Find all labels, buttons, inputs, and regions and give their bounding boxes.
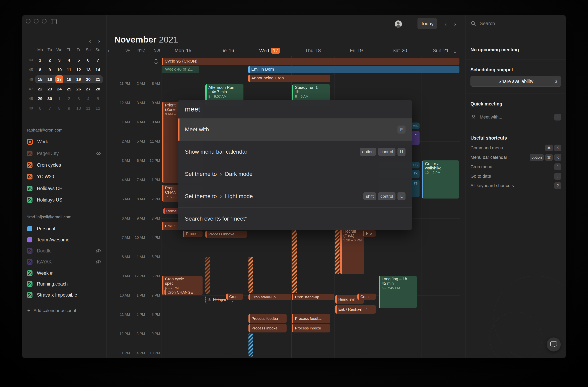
- event-announcing-cron[interactable]: Announcing Cron: [248, 75, 330, 82]
- mini-calendar-day[interactable]: 26: [74, 85, 84, 93]
- eye-slash-icon[interactable]: [95, 259, 102, 265]
- share-availability-button[interactable]: Share availability S: [470, 76, 561, 87]
- calendar-checkbox-icon[interactable]: [27, 139, 33, 145]
- mini-calendar-day[interactable]: 11: [84, 104, 93, 112]
- mini-calendar-day[interactable]: 4: [84, 95, 93, 103]
- mini-calendar-day[interactable]: 13: [84, 66, 93, 74]
- event-cycle-95[interactable]: Cycle 95 (CRON): [162, 58, 460, 65]
- eye-slash-icon[interactable]: [95, 248, 102, 254]
- event-process-inboxes-thu[interactable]: Process inboxe: [292, 324, 330, 332]
- mini-calendar-day[interactable]: 6: [35, 104, 45, 112]
- day-header-thu[interactable]: Thu18: [305, 48, 321, 53]
- eye-slash-icon[interactable]: [95, 150, 102, 156]
- subscription-rss-icon[interactable]: [27, 248, 33, 254]
- sidebar-toggle-icon[interactable]: [51, 19, 57, 24]
- busy-bar-event[interactable]: [292, 230, 297, 293]
- mini-calendar-day[interactable]: 2: [45, 56, 55, 64]
- sidebar-item-cron-cycles[interactable]: Cron cycles: [27, 161, 102, 169]
- subscription-rss-icon[interactable]: [27, 174, 33, 180]
- mini-calendar-day[interactable]: 10: [55, 66, 64, 74]
- mini-calendar-day[interactable]: 2: [64, 95, 74, 103]
- command-row-set-theme-to[interactable]: Set theme to›Dark mode: [178, 163, 412, 185]
- timezone-label[interactable]: SUI: [148, 48, 160, 53]
- avatar[interactable]: [395, 20, 402, 28]
- mini-calendar-day[interactable]: 11: [64, 66, 74, 74]
- window-minimize-button[interactable]: [34, 19, 39, 23]
- event-cron-standup-wed[interactable]: Cron stand-up: [249, 294, 291, 300]
- mini-calendar-day[interactable]: 3: [74, 95, 84, 103]
- today-button[interactable]: Today: [418, 18, 437, 29]
- mini-calendar-day[interactable]: 12: [93, 104, 103, 112]
- sidebar-item-work[interactable]: Work: [27, 138, 102, 146]
- mini-calendar-day[interactable]: 21: [93, 75, 103, 83]
- mini-calendar-day[interactable]: 28: [93, 85, 103, 93]
- mini-calendar-day[interactable]: 12: [74, 66, 84, 74]
- day-header-wed[interactable]: Wed17: [259, 48, 280, 54]
- day-header-fri[interactable]: Fri19: [350, 48, 363, 53]
- mini-calendar-day[interactable]: 1: [35, 56, 45, 64]
- mini-calendar-day[interactable]: 23: [45, 85, 55, 93]
- mini-calendar-day[interactable]: 7: [93, 56, 103, 64]
- feedback-chat-button[interactable]: [547, 337, 561, 351]
- day-header-mon[interactable]: Mon15: [175, 48, 191, 53]
- calendar-color-icon[interactable]: [27, 237, 33, 243]
- busy-bar-event[interactable]: [249, 333, 253, 357]
- sidebar-item-doodle[interactable]: Doodle: [27, 247, 102, 255]
- event-process-inboxes-wed[interactable]: Process inboxe: [249, 324, 287, 332]
- mini-calendar-day[interactable]: 17: [55, 75, 63, 83]
- collapse-allday-icon[interactable]: [153, 58, 159, 64]
- mini-calendar-day[interactable]: 10: [74, 104, 84, 112]
- subscription-rss-icon[interactable]: [27, 259, 33, 265]
- day-header-sat[interactable]: Sat20: [393, 48, 407, 53]
- add-timezone-icon[interactable]: +: [107, 48, 110, 54]
- add-calendar-account-button[interactable]: + Add calendar account: [27, 307, 76, 314]
- mini-calendar-day[interactable]: 6: [84, 56, 93, 64]
- mini-calendar-day[interactable]: 8: [35, 66, 45, 74]
- event-long-jog[interactable]: Long Jog – 1h45 min6 – 7:45 PM: [379, 276, 417, 308]
- day-zoom-icon[interactable]: ±: [454, 49, 456, 54]
- timezone-label[interactable]: NYC: [133, 48, 145, 53]
- event-recruit-task[interactable]: Recruit(Task)3:30 – 6 PM: [340, 228, 364, 274]
- mini-calendar-day[interactable]: 1: [55, 95, 64, 103]
- window-zoom-button[interactable]: [42, 19, 46, 23]
- mini-calendar-day[interactable]: 29: [35, 95, 45, 103]
- mini-calendar-day[interactable]: 5: [74, 56, 84, 64]
- mini-calendar-day[interactable]: 19: [74, 75, 84, 83]
- mini-calendar-day[interactable]: 16: [45, 75, 55, 83]
- prev-week-button[interactable]: ‹: [442, 21, 449, 27]
- timezone-label[interactable]: SF: [118, 48, 130, 53]
- mini-calendar-day[interactable]: 25: [64, 85, 74, 93]
- mini-calendar-next-button[interactable]: ›: [96, 38, 102, 44]
- command-input[interactable]: meet: [178, 100, 412, 119]
- mini-calendar-day[interactable]: 18: [64, 75, 74, 83]
- mini-calendar-day[interactable]: 14: [93, 66, 103, 74]
- mini-calendar-day[interactable]: 7: [45, 104, 55, 112]
- mini-calendar-day[interactable]: 8: [55, 104, 64, 112]
- sidebar-item-personal[interactable]: Personal: [27, 225, 102, 233]
- sidebar-item-kayak[interactable]: KAYAK: [27, 258, 102, 266]
- command-row-search-events-for-meet-[interactable]: Search events for “meet”: [178, 207, 412, 230]
- mini-calendar-day[interactable]: 24: [55, 85, 64, 93]
- busy-bar-event[interactable]: [249, 257, 253, 293]
- search-input[interactable]: Search: [470, 21, 495, 26]
- shortcut-row-menu-bar-calendar[interactable]: Menu bar calendaroption⌘K: [470, 153, 561, 162]
- event-cron-change[interactable]: Cron CHANGE: [165, 289, 203, 295]
- day-header-tue[interactable]: Tue16: [219, 48, 234, 53]
- command-palette[interactable]: meet Meet with...FShow menu bar calendar…: [178, 100, 412, 230]
- event-cron-badge-fri[interactable]: Cron: [357, 294, 376, 300]
- mini-calendar-day[interactable]: 30: [45, 95, 55, 103]
- command-row-meet-with-[interactable]: Meet with...F: [178, 119, 412, 141]
- calendar-color-icon[interactable]: [27, 226, 33, 232]
- event-week-46[interactable]: Week 46 of 2...: [162, 66, 199, 73]
- sidebar-item-yc-w20[interactable]: YC W20: [27, 173, 102, 181]
- mini-calendar-day[interactable]: 15: [35, 75, 45, 83]
- mini-calendar-day[interactable]: 9: [64, 104, 74, 112]
- event-emil-in-bern[interactable]: Emil in Bern: [248, 66, 460, 73]
- mini-calendar-day[interactable]: 27: [84, 85, 93, 93]
- subscription-rss-icon[interactable]: [27, 186, 33, 191]
- mini-calendar-prev-button[interactable]: ‹: [87, 38, 93, 44]
- shortcut-row-go-to-date[interactable]: Go to date.: [470, 172, 561, 180]
- event-process-feedback-wed[interactable]: Process feedba: [249, 314, 287, 323]
- shortcut-row-command-menu[interactable]: Command menu⌘K: [470, 144, 561, 152]
- subscription-rss-icon[interactable]: [27, 197, 33, 203]
